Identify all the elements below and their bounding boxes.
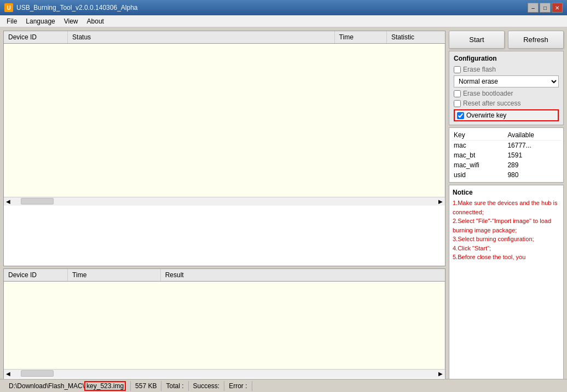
key-table-header: Key Available [452, 130, 561, 141]
key-table-row: mac_wifi289 [452, 160, 561, 170]
key-table-section: Key Available mac16777...mac_bt1591mac_w… [449, 127, 564, 183]
main-container: Device ID Status Time Statistic ◀ ▶ [0, 27, 567, 392]
filepath-prefix: D:\Download\Flash_MAC\ [9, 382, 84, 390]
key-table-body: mac16777...mac_bt1591mac_wifi289usid980 [452, 141, 561, 180]
overwrite-key-label: Overwirte key [466, 112, 506, 119]
erase-bootloader-checkbox[interactable] [454, 90, 461, 97]
success-label: Success: [193, 382, 220, 390]
menu-view[interactable]: View [60, 16, 83, 26]
overwrite-key-checkbox[interactable] [457, 112, 464, 119]
top-table-container: Device ID Status Time Statistic ◀ ▶ [3, 31, 445, 266]
start-button[interactable]: Start [449, 31, 505, 49]
key-table-row: mac_bt1591 [452, 150, 561, 160]
title-bar: U USB_Burning_Tool_v2.0.0.140306_Alpha –… [0, 0, 567, 15]
bottom-hscroll-right-arrow[interactable]: ▶ [436, 371, 445, 377]
bottom-table-container: Device ID Time Result ◀ ▶ [3, 268, 445, 389]
key-cell: mac [452, 141, 505, 151]
key-cell: usid [452, 170, 505, 180]
erase-flash-row: Erase flash [454, 66, 559, 73]
menu-language[interactable]: Language [21, 16, 59, 26]
title-bar-left: U USB_Burning_Tool_v2.0.0.140306_Alpha [4, 3, 138, 12]
menu-about[interactable]: About [83, 16, 108, 26]
filepath-highlighted: key_523.img [84, 381, 126, 391]
bottom-hscroll-left-arrow[interactable]: ◀ [4, 371, 13, 377]
bottom-table-body [4, 282, 445, 369]
available-cell: 980 [505, 170, 561, 180]
erase-mode-select[interactable]: Normal erase Full erase [454, 75, 559, 87]
available-cell: 289 [505, 160, 561, 170]
status-success: Success: [189, 381, 225, 391]
bot-col-device-id: Device ID [4, 269, 68, 282]
key-col-available: Available [505, 130, 561, 141]
key-col-key: Key [452, 130, 505, 141]
error-label: Error : [229, 382, 247, 390]
key-table: Key Available mac16777...mac_bt1591mac_w… [452, 130, 561, 180]
available-cell: 16777... [505, 141, 561, 151]
notice-title: Notice [453, 189, 560, 196]
refresh-button[interactable]: Refresh [508, 31, 564, 49]
top-table-hscroll[interactable]: ◀ ▶ [4, 197, 445, 206]
close-button[interactable]: ✕ [552, 3, 563, 13]
col-device-id: Device ID [4, 31, 68, 44]
key-table-row: mac16777... [452, 141, 561, 151]
top-table-empty-row [4, 44, 445, 197]
col-statistic: Statistic [386, 31, 444, 44]
maximize-button[interactable]: □ [540, 3, 551, 13]
bottom-table: Device ID Time Result [4, 269, 445, 369]
key-cell: mac_wifi [452, 160, 505, 170]
bot-col-time: Time [68, 269, 161, 282]
window-controls[interactable]: – □ ✕ [528, 3, 563, 13]
total-label: Total : [166, 382, 183, 390]
right-panel: Start Refresh Configuration Erase flash … [449, 31, 564, 389]
key-table-row: usid980 [452, 170, 561, 180]
app-icon: U [4, 3, 13, 12]
btn-row: Start Refresh [449, 31, 564, 49]
available-cell: 1591 [505, 150, 561, 160]
config-section: Configuration Erase flash Normal erase F… [449, 51, 564, 125]
top-table: Device ID Status Time Statistic [4, 31, 445, 197]
hscroll-bar[interactable] [21, 198, 54, 204]
overwrite-key-row: Overwirte key [454, 109, 559, 121]
bottom-hscroll-bar[interactable] [21, 370, 54, 377]
erase-bootloader-row: Erase bootloader [454, 90, 559, 97]
status-total: Total : [161, 381, 188, 391]
status-error: Error : [224, 381, 252, 391]
bottom-table-empty-row [4, 282, 445, 369]
bot-col-result: Result [160, 269, 444, 282]
reset-after-success-row: Reset after success [454, 100, 559, 107]
col-status: Status [68, 31, 335, 44]
hscroll-right-arrow[interactable]: ▶ [436, 198, 445, 204]
status-filepath: D:\Download\Flash_MAC\key_523.img [4, 381, 131, 391]
bottom-table-header: Device ID Time Result [4, 269, 445, 282]
bottom-table-hscroll[interactable]: ◀ ▶ [4, 369, 445, 378]
erase-bootloader-label: Erase bootloader [463, 90, 513, 97]
erase-flash-checkbox[interactable] [454, 66, 461, 73]
top-table-header: Device ID Status Time Statistic [4, 31, 445, 44]
status-filesize: 557 KB [131, 381, 161, 391]
top-table-body [4, 44, 445, 197]
menu-bar: File Language View About [0, 15, 567, 27]
key-cell: mac_bt [452, 150, 505, 160]
status-bar: D:\Download\Flash_MAC\key_523.img 557 KB… [0, 379, 567, 392]
left-panel: Device ID Status Time Statistic ◀ ▶ [3, 31, 445, 389]
hscroll-left-arrow[interactable]: ◀ [4, 198, 13, 204]
window-title: USB_Burning_Tool_v2.0.0.140306_Alpha [16, 4, 138, 11]
col-time: Time [334, 31, 386, 44]
config-title: Configuration [454, 55, 559, 62]
reset-after-success-label: Reset after success [463, 100, 520, 107]
reset-after-success-checkbox[interactable] [454, 100, 461, 107]
erase-flash-label: Erase flash [463, 66, 496, 73]
notice-text: 1.Make sure the devices and the hub is c… [453, 198, 560, 262]
menu-file[interactable]: File [2, 16, 21, 26]
notice-section: Notice 1.Make sure the devices and the h… [449, 185, 564, 389]
minimize-button[interactable]: – [528, 3, 539, 13]
